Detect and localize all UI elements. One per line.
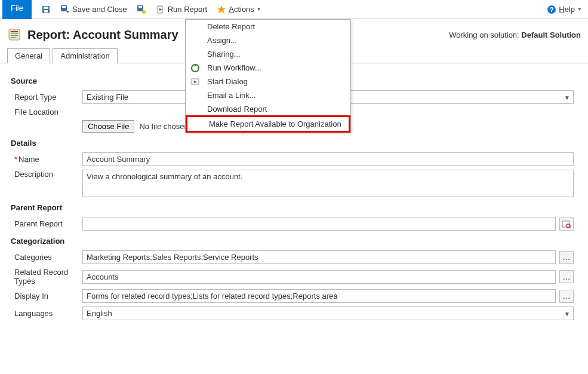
actions-dropdown-menu: Delete Report Assign... Sharing... Run W… (185, 19, 351, 133)
menu-item-email-link[interactable]: Email a Link... (186, 88, 350, 102)
svg-rect-2 (44, 10, 48, 13)
svg-rect-4 (62, 6, 66, 8)
section-details: Details (11, 139, 574, 148)
parent-report-lookup-button[interactable] (559, 217, 574, 231)
chevron-down-icon: ▼ (257, 7, 261, 12)
related-record-types-input[interactable] (82, 270, 556, 284)
report-icon (7, 27, 21, 42)
svg-marker-9 (217, 5, 226, 14)
svg-rect-1 (44, 7, 48, 9)
name-input[interactable] (82, 152, 574, 166)
svg-rect-12 (9, 29, 20, 40)
save-button[interactable] (38, 4, 54, 16)
actions-icon (217, 5, 226, 14)
tab-administration[interactable]: Administration (53, 48, 117, 63)
menu-item-assign[interactable]: Assign... (186, 33, 350, 47)
categories-label: Categories (11, 253, 82, 262)
svg-line-19 (569, 227, 571, 228)
svg-rect-14 (11, 33, 18, 34)
description-label: Description (11, 170, 82, 179)
categories-edit-button[interactable]: … (559, 251, 574, 264)
save-and-close-button[interactable]: Save and Close (57, 4, 131, 16)
menu-item-make-available-org[interactable]: Make Report Available to Organization (187, 117, 349, 131)
save-icon (41, 5, 51, 14)
svg-rect-15 (11, 35, 18, 36)
save-close-icon (60, 5, 70, 14)
menu-item-run-workflow[interactable]: Run Workflow... (186, 61, 350, 75)
parent-report-input[interactable] (82, 217, 556, 231)
run-report-label: Run Report (168, 5, 207, 14)
help-button[interactable]: ? Help ▼ (543, 4, 586, 16)
svg-rect-13 (11, 31, 18, 32)
svg-rect-16 (11, 37, 16, 38)
run-report-button[interactable]: Run Report (152, 4, 211, 16)
display-in-input[interactable] (82, 289, 556, 303)
workflow-icon (190, 63, 200, 73)
menu-item-start-dialog[interactable]: Start Dialog (186, 75, 350, 88)
report-type-label: Report Type (11, 93, 82, 102)
menu-item-delete-report[interactable]: Delete Report (186, 20, 350, 33)
languages-select[interactable] (82, 306, 574, 320)
section-parent: Parent Report (11, 203, 574, 212)
toolbar: File Save and Close Run Report Actions ▼… (0, 0, 588, 19)
categories-input[interactable] (82, 250, 556, 264)
save-new-button[interactable] (133, 4, 150, 16)
menu-item-sharing[interactable]: Sharing... (186, 47, 350, 61)
dialog-icon (190, 77, 200, 87)
file-chosen-status: No file chosen (139, 122, 188, 131)
name-label: *Name (11, 155, 82, 164)
section-categorization: Categorization (11, 237, 574, 246)
page-title: Report: Account Summary (27, 28, 178, 42)
tab-general[interactable]: General (7, 48, 50, 63)
solution-context: Working on solution: Default Solution (449, 30, 581, 39)
parent-report-label: Parent Report (11, 219, 82, 228)
save-close-label: Save and Close (72, 5, 127, 14)
lookup-icon (562, 220, 571, 228)
related-edit-button[interactable]: … (559, 270, 574, 283)
related-record-types-label: Related Record Types (11, 268, 82, 286)
svg-text:?: ? (550, 6, 554, 13)
description-input[interactable]: View a chronological summary of an accou… (82, 170, 574, 197)
run-report-icon (156, 5, 165, 14)
svg-rect-6 (138, 6, 142, 8)
help-label: Help (559, 5, 575, 14)
chevron-down-icon: ▼ (577, 7, 582, 12)
save-new-icon (137, 5, 146, 14)
help-icon: ? (547, 5, 556, 14)
choose-file-button[interactable]: Choose File (82, 120, 134, 133)
display-in-label: Display In (11, 292, 82, 301)
actions-label: Actions (229, 5, 254, 14)
display-in-edit-button[interactable]: … (559, 290, 574, 303)
actions-menu-button[interactable]: Actions ▼ (213, 4, 265, 16)
file-location-label: File Location (11, 108, 82, 117)
menu-item-download-report[interactable]: Download Report (186, 102, 350, 116)
svg-point-7 (142, 10, 146, 14)
languages-label: Languages (11, 309, 82, 318)
file-menu-button[interactable]: File (2, 0, 32, 19)
